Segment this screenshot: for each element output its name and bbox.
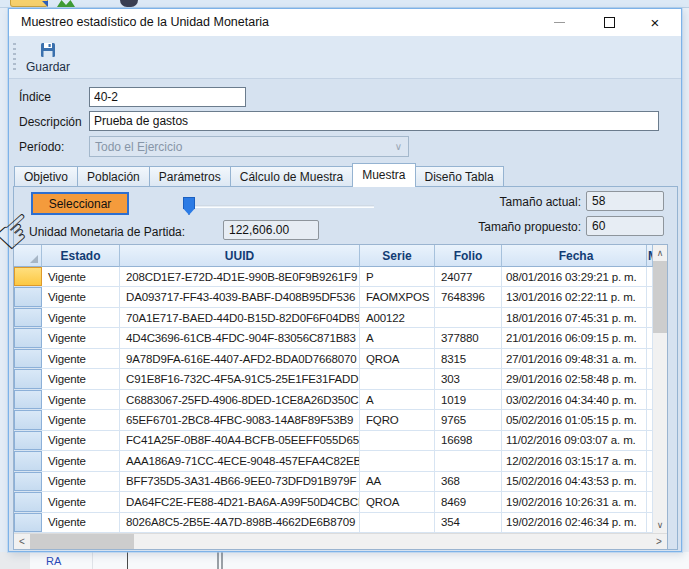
- unidad-monetaria-value[interactable]: 122,606.00: [223, 220, 319, 240]
- tab-calculo-de-muestra[interactable]: Cálculo de Muestra: [230, 166, 353, 187]
- vertical-scrollbar[interactable]: ∧ ∨: [653, 245, 667, 533]
- tab-muestra[interactable]: Muestra: [352, 163, 415, 187]
- column-header-serie[interactable]: Serie: [360, 245, 435, 267]
- periodo-value: Todo el Ejercicio: [95, 140, 182, 154]
- background-app-toolbar: [0, 0, 689, 8]
- table-row[interactable]: Vigente FC41A25F-0B8F-40A4-BCFB-05EEFF05…: [14, 431, 653, 451]
- toolbar-grip[interactable]: [13, 43, 16, 72]
- table-row[interactable]: Vigente 70A1E717-BAED-44D0-B15D-82D0F6F0…: [14, 308, 653, 328]
- cell-folio: 8469: [435, 492, 502, 511]
- row-selector-cell[interactable]: [14, 267, 42, 286]
- indice-input[interactable]: [89, 87, 246, 107]
- row-selector-cell[interactable]: [14, 349, 42, 368]
- scroll-up-icon[interactable]: ∧: [653, 245, 667, 261]
- background-left-area: [0, 8, 8, 552]
- scroll-left-icon[interactable]: <: [14, 534, 30, 549]
- row-selector-cell[interactable]: [14, 492, 42, 511]
- horizontal-scrollbar-thumb[interactable]: [30, 534, 134, 549]
- titlebar: Muestreo estadístico de la Unidad Moneta…: [9, 9, 681, 36]
- vertical-scrollbar-track[interactable]: [653, 333, 667, 517]
- row-selector-cell[interactable]: [14, 308, 42, 327]
- row-selector-cell[interactable]: [14, 431, 42, 450]
- tamano-propuesto-value[interactable]: 60: [586, 216, 664, 236]
- scroll-right-icon[interactable]: >: [651, 534, 667, 549]
- cell-fecha: 15/02/2016 04:43:53 p. m.: [502, 472, 647, 491]
- table-row[interactable]: Vigente C6883067-25FD-4906-8DED-1CE8A26D…: [14, 390, 653, 410]
- cell-uuid: DA64FC2E-FE88-4D21-BA6A-A99F50D4CBCD: [120, 492, 360, 511]
- table-row[interactable]: Vigente DA64FC2E-FE88-4D21-BA6A-A99F50D4…: [14, 492, 653, 512]
- cell-uuid: 4D4C3696-61CB-4FDC-904F-83056C871B83: [120, 328, 360, 347]
- cell-uuid: C6883067-25FD-4906-8DED-1CE8A26D350C: [120, 390, 360, 409]
- periodo-label: Período:: [19, 140, 64, 154]
- background-grid-line: [92, 552, 93, 569]
- scroll-down-icon[interactable]: ∨: [653, 517, 667, 533]
- cell-fecha: 05/02/2016 01:05:15 p. m.: [502, 410, 647, 429]
- dialog-muestreo-estadistico: Muestreo estadístico de la Unidad Moneta…: [8, 8, 682, 552]
- cell-estado: Vigente: [42, 472, 120, 491]
- chevron-down-icon: ∨: [395, 141, 402, 152]
- cell-uuid: DA093717-FF43-4039-BABF-D408B95DF536: [120, 287, 360, 306]
- cell-estado: Vigente: [42, 349, 120, 368]
- cell-fecha: 19/02/2016 10:26:31 a. m.: [502, 492, 647, 511]
- cell-estado: Vigente: [42, 287, 120, 306]
- row-selector-cell[interactable]: [14, 472, 42, 491]
- table-row[interactable]: Vigente 9A78D9FA-616E-4407-AFD2-BDA0D766…: [14, 349, 653, 369]
- maximize-button[interactable]: [593, 9, 625, 36]
- cell-folio: 1019: [435, 390, 502, 409]
- background-splitter-line: [221, 552, 223, 569]
- sample-size-slider-track[interactable]: [186, 205, 374, 208]
- save-button[interactable]: Guardar: [19, 38, 77, 77]
- horizontal-scrollbar-track[interactable]: [134, 534, 651, 549]
- cell-estado: Vigente: [42, 451, 120, 470]
- tab-objetivo[interactable]: Objetivo: [14, 166, 78, 187]
- table-row[interactable]: Vigente 8026A8C5-2B5E-4A7D-898B-4662DE6B…: [14, 513, 653, 533]
- table-row[interactable]: Vigente 208CD1E7-E72D-4D1E-990B-8E0F9B92…: [14, 267, 653, 287]
- cell-uuid: FC41A25F-0B8F-40A4-BCFB-05EEFF055D65: [120, 431, 360, 450]
- table-row[interactable]: Vigente 65EF6701-2BC8-4FBC-9083-14A8F89F…: [14, 410, 653, 430]
- row-selector-cell[interactable]: [14, 390, 42, 409]
- table-row[interactable]: Vigente C91E8F16-732C-4F5A-91C5-25E1FE31…: [14, 369, 653, 389]
- row-selector-cell[interactable]: [14, 287, 42, 306]
- tab-parametros[interactable]: Parámetros: [149, 166, 231, 187]
- table-row[interactable]: Vigente BFF735D5-3A31-4B66-9EE0-73DFD91B…: [14, 472, 653, 492]
- column-header-folio[interactable]: Folio: [435, 245, 502, 267]
- close-icon: ×: [651, 15, 660, 30]
- tab-poblacion[interactable]: Población: [77, 166, 150, 187]
- column-header-fecha[interactable]: Fecha: [502, 245, 647, 267]
- row-selector-cell[interactable]: [14, 328, 42, 347]
- cell-estado: Vigente: [42, 390, 120, 409]
- table-row[interactable]: Vigente DA093717-FF43-4039-BABF-D408B95D…: [14, 287, 653, 307]
- cell-uuid: AAA186A9-71CC-4ECE-9048-457EFA4C82EB: [120, 451, 360, 470]
- row-selector-cell[interactable]: [14, 513, 42, 532]
- cell-estado: Vigente: [42, 431, 120, 450]
- cell-folio: 368: [435, 472, 502, 491]
- close-button[interactable]: ×: [639, 9, 671, 36]
- table-row[interactable]: Vigente 4D4C3696-61CB-4FDC-904F-83056C87…: [14, 328, 653, 348]
- row-selector-cell[interactable]: [14, 369, 42, 388]
- column-header-estado[interactable]: Estado: [42, 245, 120, 267]
- table-corner-cell[interactable]: [14, 245, 42, 267]
- cell-uuid: 70A1E717-BAED-44D0-B15D-82D0F6F04DB9: [120, 308, 360, 327]
- minimize-button[interactable]: [543, 9, 575, 36]
- corner-triangle-icon: [30, 255, 38, 263]
- row-selector-cell[interactable]: [14, 451, 42, 470]
- tamano-actual-value[interactable]: 58: [586, 191, 664, 211]
- row-selector-cell[interactable]: [14, 410, 42, 429]
- seleccionar-button[interactable]: Seleccionar: [31, 192, 129, 215]
- vertical-scrollbar-thumb[interactable]: [653, 261, 667, 333]
- descripcion-input[interactable]: [89, 111, 659, 131]
- cell-estado: Vigente: [42, 369, 120, 388]
- periodo-select[interactable]: Todo el Ejercicio ∨: [89, 136, 409, 157]
- cell-estado: Vigente: [42, 267, 120, 286]
- save-floppy-icon: [40, 42, 56, 58]
- tab-diseno-tabla[interactable]: Diseño Tabla: [415, 166, 504, 187]
- cell-serie: QROA: [360, 349, 435, 368]
- table-row[interactable]: Vigente AAA186A9-71CC-4ECE-9048-457EFA4C…: [14, 451, 653, 471]
- column-header-uuid[interactable]: UUID: [120, 245, 360, 267]
- cell-serie: AA: [360, 472, 435, 491]
- horizontal-scrollbar[interactable]: < >: [14, 533, 667, 549]
- cell-folio: [435, 308, 502, 327]
- cell-serie: FAOMXPOS: [360, 287, 435, 306]
- cell-fecha: 11/02/2016 09:03:07 a. m.: [502, 431, 647, 450]
- tamano-propuesto-label: Tamaño propuesto:: [449, 220, 581, 234]
